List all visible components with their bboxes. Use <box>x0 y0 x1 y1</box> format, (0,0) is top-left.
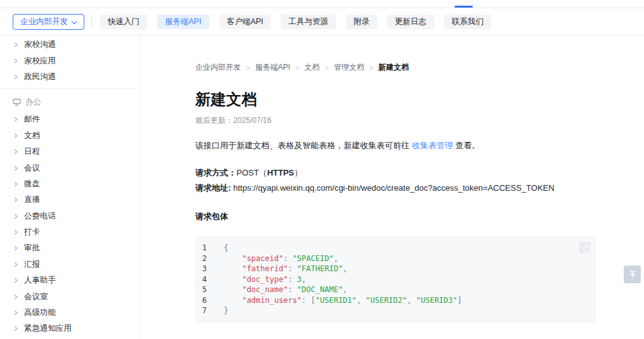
chevron-right-icon <box>13 74 18 80</box>
last-updated-label: 最后更新： <box>195 116 233 125</box>
chevron-right-icon <box>13 42 18 48</box>
sidebar-item[interactable]: 审批 <box>0 240 139 256</box>
nav-tab[interactable]: 服务端API <box>157 15 209 29</box>
chevron-right-icon <box>13 149 18 155</box>
collection-form-link[interactable]: 收集表管理 <box>412 141 453 150</box>
sidebar-item[interactable]: 人事助手 <box>0 272 139 288</box>
code-line: 4 "doc_type": 3, <box>202 274 586 285</box>
request-method-label: 请求方式： <box>195 168 236 177</box>
sidebar-item[interactable]: 邮件 <box>0 112 139 127</box>
page-title: 新建文档 <box>195 89 644 110</box>
sidebar-item[interactable]: 政民沟通 <box>0 69 139 85</box>
line-number: 6 <box>202 295 216 306</box>
code-line: 6 "admin_users": ["USERID1", "USERID2", … <box>202 295 586 306</box>
sidebar-item[interactable]: 家校应用 <box>0 53 139 68</box>
sidebar-item[interactable]: 家校沟通 <box>0 37 139 53</box>
back-to-top-button[interactable] <box>624 265 641 283</box>
chevron-right-icon <box>13 278 18 283</box>
line-number: 2 <box>202 253 216 264</box>
active-tab-underline <box>454 6 473 8</box>
monitor-icon <box>13 98 21 106</box>
chevron-right-icon <box>13 310 18 316</box>
sidebar-item-label: 家校沟通 <box>24 39 56 50</box>
chevron-right-icon <box>13 326 18 331</box>
sidebar-item-label: 政民沟通 <box>24 72 56 82</box>
sidebar-item-label: 邮件 <box>24 114 40 125</box>
code-line: 5 "doc_name": "DOC_NAME", <box>202 285 586 295</box>
product-selector-dropdown[interactable]: 企业内部开发 <box>13 14 84 30</box>
paren-close: ） <box>294 168 302 177</box>
copy-icon[interactable] <box>579 242 591 253</box>
description-text: 该接口用于新建文档、表格及智能表格，新建收集表可前往 <box>195 141 412 150</box>
copy-glyph <box>582 245 588 252</box>
sidebar-divider <box>0 88 139 89</box>
nav-tab[interactable]: 更新日志 <box>387 15 434 29</box>
chevron-right-icon <box>13 58 18 64</box>
code-text: "doc_name": "DOC_NAME", <box>224 285 347 295</box>
code-line: 1{ <box>202 243 586 253</box>
page-body: 家校沟通家校应用政民沟通办公邮件文档日程会议微盘直播公费电话打卡审批汇报人事助手… <box>0 35 644 338</box>
sidebar: 家校沟通家校应用政民沟通办公邮件文档日程会议微盘直播公费电话打卡审批汇报人事助手… <box>0 35 140 338</box>
request-body-heading: 请求包体 <box>195 211 644 222</box>
chevron-right-icon <box>13 262 18 267</box>
sidebar-item[interactable]: 日程 <box>0 144 139 160</box>
code-text: "admin_users": ["USERID1", "USERID2", "U… <box>224 295 462 306</box>
chevron-down-icon <box>72 18 77 23</box>
sidebar-item[interactable]: 直播 <box>0 192 139 208</box>
breadcrumb: 企业内部开发>服务端API>文档>管理文档>新建文档 <box>195 35 644 73</box>
description: 该接口用于新建文档、表格及智能表格，新建收集表可前往 收集表管理 查看。 <box>195 140 644 151</box>
breadcrumb-item[interactable]: 服务端API <box>255 62 290 73</box>
nav-tab[interactable]: 联系我们 <box>444 15 491 29</box>
sidebar-item-label: 人事助手 <box>24 275 56 286</box>
sidebar-item[interactable]: 高级功能 <box>0 305 139 321</box>
breadcrumb-separator-icon: > <box>325 64 328 72</box>
line-number: 5 <box>202 285 216 295</box>
nav-tab[interactable]: 附录 <box>346 15 377 29</box>
breadcrumb-item[interactable]: 文档 <box>304 62 319 73</box>
main-content: 企业内部开发>服务端API>文档>管理文档>新建文档 新建文档 最后更新：202… <box>140 35 644 338</box>
code-line: 3 "fatherid": "FATHERID", <box>202 264 586 274</box>
product-selector-label: 企业内部开发 <box>20 16 68 27</box>
sidebar-item[interactable]: 紧急通知应用 <box>0 321 139 336</box>
code-text: "doc_type": 3, <box>224 274 306 285</box>
nav-tabs: 快速入门服务端API客户端API工具与资源附录更新日志联系我们 <box>100 15 491 29</box>
sidebar-item-label: 高级功能 <box>24 307 56 318</box>
code-text: { <box>224 243 228 253</box>
breadcrumb-separator-icon: > <box>246 64 250 72</box>
arrow-up-to-line-icon <box>628 270 637 279</box>
sidebar-item[interactable]: 公费电话 <box>0 208 139 224</box>
code-lines: 1{2 "spaceid": "SPACEID",3 "fatherid": "… <box>202 243 586 316</box>
sidebar-item[interactable]: 汇报 <box>0 257 139 272</box>
request-protocol: HTTPS <box>267 168 294 177</box>
code-text: } <box>224 305 228 316</box>
breadcrumb-item[interactable]: 企业内部开发 <box>195 62 241 73</box>
code-text: "fatherid": "FATHERID", <box>224 264 347 274</box>
sidebar-section-label: 办公 <box>25 97 41 108</box>
chevron-right-icon <box>13 117 18 122</box>
chevron-right-icon <box>13 197 18 203</box>
chevron-right-icon <box>13 165 18 171</box>
sidebar-item[interactable]: 微盘 <box>0 176 139 192</box>
request-method-value: POST <box>236 168 259 177</box>
sidebar-item[interactable]: 会议室 <box>0 288 139 304</box>
request-url-value: https://qyapi.weixin.qq.com/cgi-bin/wedo… <box>231 183 554 193</box>
code-block: 1{2 "spaceid": "SPACEID",3 "fatherid": "… <box>195 237 596 323</box>
nav-tab[interactable]: 工具与资源 <box>281 15 336 29</box>
sidebar-item-label: 文档 <box>24 131 40 141</box>
nav-tab[interactable]: 快速入门 <box>100 15 147 29</box>
chevron-right-icon <box>13 245 18 251</box>
request-method-line: 请求方式：POST（HTTPS） <box>195 167 644 179</box>
sidebar-item-label: 直播 <box>24 195 40 205</box>
sidebar-item-label: 汇报 <box>24 259 40 270</box>
line-number: 3 <box>202 264 216 274</box>
sidebar-item-label: 微盘 <box>24 179 40 189</box>
line-number: 4 <box>202 274 216 285</box>
chevron-right-icon <box>13 181 18 187</box>
code-line: 7} <box>202 305 586 316</box>
breadcrumb-item[interactable]: 管理文档 <box>334 62 364 73</box>
sidebar-item[interactable]: 打卡 <box>0 224 139 240</box>
line-number: 7 <box>202 305 216 316</box>
nav-tab[interactable]: 客户端API <box>219 15 271 29</box>
sidebar-item[interactable]: 会议 <box>0 160 139 176</box>
sidebar-item[interactable]: 文档 <box>0 128 139 144</box>
